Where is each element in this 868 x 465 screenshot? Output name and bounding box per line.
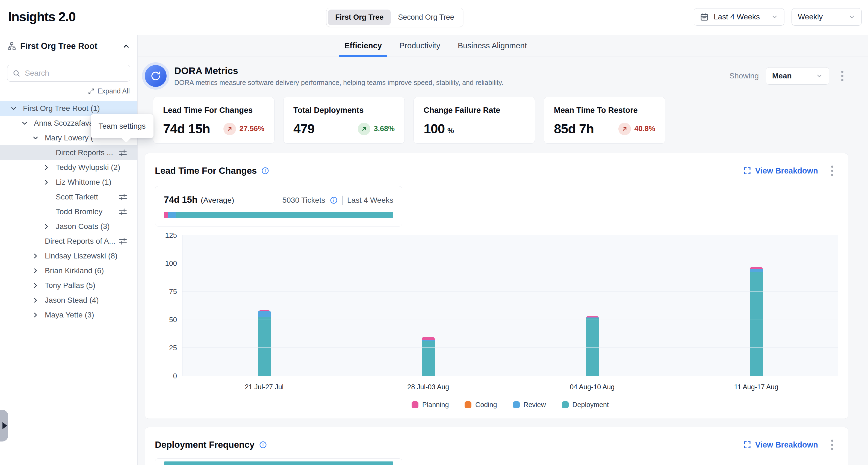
chevron-up-icon[interactable] [122, 42, 130, 50]
tree-item[interactable]: Jason Coats (3) [0, 219, 137, 234]
tree-item[interactable]: Brian Kirkland (6) [0, 264, 137, 278]
gridline [182, 235, 838, 235]
view-breakdown-button[interactable]: View Breakdown [743, 440, 818, 450]
legend-item-review[interactable]: Review [513, 401, 546, 409]
metric-card-bottom: 100% [424, 121, 525, 136]
metric-card-value: 100 [424, 121, 445, 136]
tree-item-label: Teddy Wylupski (2) [56, 163, 120, 172]
y-axis-tick-label: 50 [155, 315, 177, 324]
trend-up-arrow-icon [618, 123, 631, 135]
y-axis-tick-label: 25 [155, 344, 177, 352]
tab-efficiency[interactable]: Efficiency [342, 35, 384, 57]
chevron-down-icon[interactable] [9, 103, 19, 113]
x-axis-tick-label: 21 Jul-27 Jul [182, 383, 346, 391]
chevron-right-icon[interactable] [31, 310, 40, 320]
view-breakdown-button[interactable]: View Breakdown [743, 166, 818, 176]
bar-slot [510, 235, 674, 376]
chevron-spacer [41, 148, 51, 158]
deployment-stacked-bar [164, 461, 393, 465]
team-settings-icon[interactable] [118, 207, 128, 216]
granularity-select[interactable]: Weekly [792, 8, 862, 26]
metric-card-bottom: 74d 15h27.56% [163, 121, 265, 136]
showing-select[interactable]: Mean [766, 67, 829, 85]
average-meta: 5030 Tickets Last 4 Weeks [282, 196, 393, 205]
chevron-down-icon [816, 72, 823, 80]
tree-item[interactable]: Jason Stead (4) [0, 293, 137, 308]
chevron-right-icon[interactable] [31, 251, 40, 261]
sidebar-collapse-handle[interactable] [0, 410, 8, 441]
tree-item[interactable]: Direct Reports ... [0, 145, 137, 160]
average-value: 74d 15h [164, 194, 197, 205]
metric-card-value: 479 [293, 121, 314, 136]
chevron-right-icon[interactable] [41, 162, 51, 173]
info-icon[interactable] [330, 196, 338, 204]
dora-kebab-menu[interactable] [836, 68, 848, 84]
legend-item-deployment[interactable]: Deployment [562, 401, 609, 409]
org-tree-toggle-option[interactable]: First Org Tree [328, 9, 391, 25]
bar-segment-deployment [422, 341, 435, 376]
tree-item[interactable]: Tony Pallas (5) [0, 278, 137, 293]
metric-card: Change Failure Rate100% [413, 97, 535, 144]
expand-corners-icon [743, 441, 751, 449]
tree-item[interactable]: First Org Tree Root (1) [0, 101, 137, 116]
org-tree-toggle: First Org TreeSecond Org Tree [326, 8, 463, 27]
expand-all-icon [88, 88, 95, 95]
bar-segment-review [258, 311, 271, 317]
tree-item[interactable]: Todd Bromley [0, 204, 137, 219]
lead-time-panel-header: Lead Time For Changes View Breakdown [155, 163, 838, 178]
chevron-spacer [41, 207, 51, 217]
chevron-down-icon [848, 13, 856, 21]
chevron-right-icon[interactable] [31, 281, 40, 290]
chevron-right-icon[interactable] [41, 222, 51, 231]
granularity-value: Weekly [798, 12, 843, 21]
tree-item[interactable]: Liz Whittome (1) [0, 175, 137, 190]
bar-11-aug-17-aug[interactable] [750, 267, 763, 376]
chevron-right-icon[interactable] [41, 177, 51, 187]
tree-item-label: Mary Lowery ( [45, 133, 93, 142]
expand-all-button[interactable]: Expand All [8, 87, 130, 95]
info-icon[interactable] [261, 167, 269, 175]
metric-card: Lead Time For Changes74d 15h27.56% [153, 97, 275, 144]
chevron-down-icon[interactable] [20, 118, 30, 128]
info-icon[interactable] [259, 441, 267, 449]
legend-label: Review [524, 401, 546, 409]
team-settings-icon[interactable] [118, 237, 128, 246]
tree-item[interactable]: Maya Yette (3) [0, 308, 137, 322]
org-tree-toggle-option[interactable]: Second Org Tree [391, 9, 461, 25]
team-settings-icon[interactable] [118, 192, 128, 202]
chevron-down-icon[interactable] [31, 133, 40, 143]
deployment-frequency-kebab-menu[interactable] [826, 437, 838, 453]
tab-productivity[interactable]: Productivity [397, 35, 442, 57]
org-tree-icon [7, 41, 17, 51]
chevron-right-icon[interactable] [31, 266, 40, 276]
date-range-select[interactable]: Last 4 Weeks [694, 8, 784, 26]
gridline [182, 319, 838, 319]
dora-header: DORA Metrics DORA metrics measure softwa… [145, 65, 848, 87]
lead-time-kebab-menu[interactable] [826, 163, 838, 178]
header-controls: Last 4 Weeks Weekly [694, 8, 862, 26]
metric-cards: Lead Time For Changes74d 15h27.56%Total … [153, 97, 848, 144]
expand-all-label: Expand All [97, 87, 130, 95]
tree-item[interactable]: Scott Tarkett [0, 190, 137, 204]
metric-card-title: Change Failure Rate [424, 106, 525, 115]
tab-business-alignment[interactable]: Business Alignment [456, 35, 529, 57]
bar-28-jul-03-aug[interactable] [422, 337, 435, 376]
tree-item[interactable]: Teddy Wylupski (2) [0, 160, 137, 175]
tree-item-label: Jason Coats (3) [56, 222, 110, 231]
search-box[interactable] [7, 65, 130, 82]
legend-label: Deployment [572, 401, 609, 409]
x-axis-tick-label: 04 Aug-10 Aug [510, 383, 674, 391]
team-settings-icon[interactable] [118, 148, 128, 157]
tree-item-label: Todd Bromley [56, 207, 102, 216]
chevron-right-icon[interactable] [31, 295, 40, 305]
bar-21-jul-27-jul[interactable] [258, 310, 271, 376]
search-input[interactable] [25, 69, 125, 78]
gridline [182, 263, 838, 264]
legend-item-coding[interactable]: Coding [465, 401, 497, 409]
tree-item[interactable]: Direct Reports of A... [0, 234, 137, 249]
tree-item[interactable]: Lindsay Liszewski (8) [0, 249, 137, 264]
bar-04-aug-10-aug[interactable] [586, 316, 599, 376]
sidebar-header[interactable]: First Org Tree Root [0, 35, 137, 57]
legend-item-planning[interactable]: Planning [412, 401, 449, 409]
average-bar-segment-deployment [176, 212, 393, 218]
